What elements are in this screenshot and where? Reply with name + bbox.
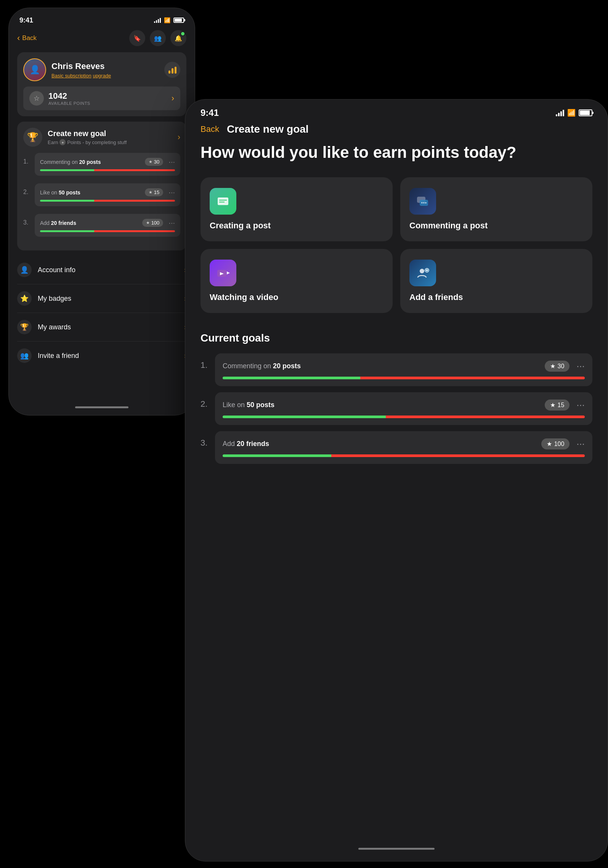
- creating-post-label: Creating a post: [210, 221, 383, 231]
- menu-badges[interactable]: ⭐ My badges ›: [17, 284, 186, 313]
- upgrade-link[interactable]: upgrade: [93, 73, 111, 79]
- p2-more-button-1[interactable]: ···: [576, 360, 585, 372]
- goal-header: 🏆 Create new goal Earn ● Points - by com…: [23, 128, 180, 147]
- goal-points-1: 30: [154, 159, 159, 165]
- p2-goal-badge-2: ★ 15: [545, 400, 570, 411]
- p2-progress-bar-2: [223, 416, 585, 418]
- points-info: 1042 AVAILABLE POINTS: [48, 91, 90, 106]
- watching-video-icon: [210, 260, 236, 286]
- star-badge: ☆: [29, 91, 44, 106]
- goal-item-text-3: Add 20 friends: [40, 220, 76, 226]
- chart-button[interactable]: [164, 62, 180, 78]
- add-friends-icon: [409, 260, 436, 286]
- category-add-friends[interactable]: Add a friends: [400, 249, 592, 313]
- goal-points-2: 15: [154, 189, 159, 195]
- goal-card: 🏆 Create new goal Earn ● Points - by com…: [17, 122, 186, 250]
- status-time-1: 9:41: [19, 16, 33, 24]
- people-button[interactable]: 👥: [150, 30, 166, 46]
- p2-more-button-2[interactable]: ···: [576, 399, 585, 411]
- profile-subscription: Basic subscription upgrade: [51, 73, 111, 79]
- status-icons-1: 📶: [154, 17, 184, 23]
- invite-icon: 👥: [17, 348, 32, 363]
- p2-goal-points-1: 30: [558, 363, 565, 370]
- battery-icon: [173, 18, 184, 23]
- goal-badge-2: ★ 15: [145, 188, 163, 196]
- bookmark-button[interactable]: 🔖: [129, 30, 145, 46]
- back-button-2[interactable]: Back: [201, 124, 219, 134]
- menu-account-info[interactable]: 👤 Account info ›: [17, 256, 186, 284]
- avatar: 👤: [23, 58, 46, 81]
- p2-goal-num-2: 2.: [201, 392, 210, 409]
- points-label: AVAILABLE POINTS: [48, 101, 90, 106]
- account-icon: 👤: [17, 263, 32, 277]
- category-commenting-post[interactable]: Commenting a post: [400, 177, 592, 241]
- current-goals-title: Current goals: [201, 332, 592, 344]
- svg-point-5: [422, 202, 423, 204]
- profile-info: Chris Reeves Basic subscription upgrade: [51, 61, 111, 79]
- creating-post-icon: [210, 188, 236, 215]
- people-icon: 👥: [154, 35, 162, 42]
- nav-bar-2: Back Create new goal: [201, 119, 592, 143]
- progress-bar-2: [40, 200, 175, 202]
- svg-point-6: [424, 202, 425, 204]
- star-icon-2: ★: [149, 190, 152, 195]
- goal-item-box-2: Like on 50 posts ★ 15 ···: [35, 183, 180, 206]
- battery-icon-2: [579, 109, 592, 116]
- category-creating-post[interactable]: Creating a post: [201, 177, 393, 241]
- add-friends-label: Add a friends: [409, 292, 583, 302]
- goal-arrow-button[interactable]: ›: [178, 132, 180, 142]
- goal-item-1: 1. Commenting on 20 posts ★ 30 ···: [23, 153, 180, 180]
- menu-account-label: Account info: [38, 266, 75, 274]
- p2-goal-box-3: Add 20 friends ★ 100 ···: [215, 431, 592, 464]
- p2-more-button-3[interactable]: ···: [576, 438, 585, 450]
- wifi-icon: 📶: [164, 17, 170, 23]
- menu-badges-label: My badges: [38, 295, 71, 303]
- home-indicator-1: [75, 406, 128, 408]
- points-number: 1042: [48, 91, 90, 101]
- p2-goal-badge-3: ★ 100: [541, 438, 570, 449]
- coin-icon: ●: [59, 139, 66, 145]
- p2-progress-bar-1: [223, 377, 585, 379]
- goal-item-3: 3. Add 20 friends ★ 100 ···: [23, 214, 180, 241]
- profile-name: Chris Reeves: [51, 61, 111, 71]
- trophy-icon: 🏆: [23, 128, 42, 147]
- bell-button[interactable]: 🔔: [170, 30, 186, 46]
- more-button-2[interactable]: ···: [168, 188, 175, 197]
- status-bar-2: 9:41 📶: [185, 99, 608, 119]
- p2-page-title: Create new goal: [227, 123, 309, 135]
- back-button-1[interactable]: Back: [17, 33, 37, 43]
- commenting-post-icon: [409, 188, 436, 215]
- goal-header-left: 🏆 Create new goal Earn ● Points - by com…: [23, 128, 127, 147]
- p2-goal-badge-1: ★ 30: [545, 361, 570, 372]
- home-indicator-2: [358, 848, 435, 850]
- phone-1: 9:41 📶 Back 🔖 👥 🔔: [8, 8, 195, 416]
- menu-invite[interactable]: 👥 Invite a friend ›: [17, 342, 186, 370]
- svg-marker-9: [227, 271, 230, 274]
- profile-top: 👤 Chris Reeves Basic subscription upgrad…: [23, 58, 180, 81]
- category-watching-video[interactable]: Watching a video: [201, 249, 393, 313]
- p2-goal-text-1: Commenting on 20 posts: [223, 362, 301, 370]
- goal-points-3: 100: [151, 220, 160, 226]
- p2-star-icon-2: ★: [550, 401, 555, 409]
- signal-icon: [154, 18, 161, 23]
- goal-title: Create new goal: [48, 129, 127, 138]
- goal-badge-1: ★ 30: [145, 158, 163, 166]
- more-button-3[interactable]: ···: [168, 218, 175, 227]
- more-button-1[interactable]: ···: [168, 157, 175, 166]
- profile-left: 👤 Chris Reeves Basic subscription upgrad…: [23, 58, 111, 81]
- p2-goal-box-1: Commenting on 20 posts ★ 30 ···: [215, 353, 592, 386]
- p2-goal-points-2: 15: [558, 402, 565, 409]
- p2-goal-num-1: 1.: [201, 353, 210, 370]
- points-arrow-button[interactable]: ›: [172, 93, 174, 103]
- star-icon: ★: [149, 159, 152, 164]
- phone-2: 9:41 📶 Back Create new goal How would yo…: [185, 99, 608, 862]
- awards-icon: 🏆: [17, 320, 32, 334]
- p2-star-icon-3: ★: [547, 440, 552, 448]
- menu-awards[interactable]: 🏆 My awards ›: [17, 313, 186, 342]
- p2-goal-text-2: Like on 50 posts: [223, 401, 274, 409]
- profile-card: 👤 Chris Reeves Basic subscription upgrad…: [17, 52, 186, 116]
- p2-goal-item-2: 2. Like on 50 posts ★ 15 ···: [201, 392, 592, 425]
- goal-item-text-2: Like on 50 posts: [40, 189, 80, 196]
- goal-item-text-1: Commenting on 20 posts: [40, 159, 101, 165]
- nav-bar-1: Back 🔖 👥 🔔: [17, 27, 186, 52]
